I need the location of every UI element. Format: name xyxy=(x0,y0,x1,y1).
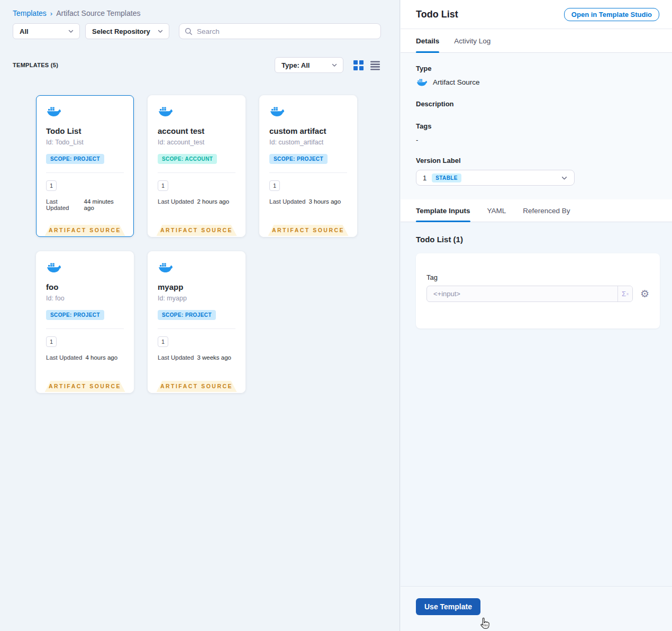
artifact-source-ribbon: ARTIFACT SOURCE xyxy=(157,225,237,236)
tab-details[interactable]: Details xyxy=(416,29,439,52)
last-updated-label: Last Updated xyxy=(46,198,81,211)
template-card-account-test[interactable]: account test Id: account_test SCOPE: ACC… xyxy=(148,95,246,237)
details-footer: Use Template xyxy=(401,586,672,631)
tag-label: Tag xyxy=(426,273,649,281)
details-header: Todo List Open in Template Studio xyxy=(401,0,672,29)
chevron-down-icon xyxy=(561,175,568,181)
repository-filter-dropdown[interactable]: Select Repository xyxy=(85,23,169,39)
docker-icon xyxy=(158,105,174,117)
type-label: Type xyxy=(416,65,657,72)
last-updated-label: Last Updated xyxy=(46,354,82,361)
version-count-chip: 1 xyxy=(269,180,280,191)
tags-label: Tags xyxy=(416,122,657,130)
version-label: Version Label xyxy=(416,157,657,164)
scope-badge: SCOPE: PROJECT xyxy=(46,310,104,320)
last-updated-value: 2 hours ago xyxy=(197,198,229,205)
scope-filter-value: All xyxy=(20,28,29,35)
type-filter-value: Type: All xyxy=(281,61,310,69)
last-updated-value: 44 minutes ago xyxy=(84,198,124,211)
details-tabbar: Details Activity Log xyxy=(401,29,672,53)
version-count-chip: 1 xyxy=(158,180,168,191)
breadcrumb-templates-link[interactable]: Templates xyxy=(13,9,47,17)
list-view-icon[interactable] xyxy=(370,61,380,72)
version-count-chip: 1 xyxy=(158,336,168,347)
template-card-title: account test xyxy=(158,126,235,135)
use-template-button[interactable]: Use Template xyxy=(416,598,480,615)
template-details-panel: Todo List Open in Template Studio Detail… xyxy=(401,0,672,631)
details-title: Todo List xyxy=(416,9,564,20)
search-icon xyxy=(185,28,193,35)
stable-badge: STABLE xyxy=(432,173,461,182)
template-card-id: Id: account_test xyxy=(158,139,235,146)
docker-icon xyxy=(46,261,62,273)
version-count-chip: 1 xyxy=(46,336,57,347)
docker-icon xyxy=(416,78,428,87)
open-in-template-studio-button[interactable]: Open in Template Studio xyxy=(564,8,659,21)
template-card-title: Todo List xyxy=(46,126,124,135)
type-value: Artifact Source xyxy=(433,78,480,86)
scope-badge: SCOPE: PROJECT xyxy=(158,310,216,320)
last-updated-label: Last Updated xyxy=(158,198,194,205)
inputs-heading: Todo List (1) xyxy=(416,235,657,244)
docker-icon xyxy=(158,261,174,273)
template-card-id: Id: Todo_List xyxy=(46,139,124,146)
artifact-source-ribbon: ARTIFACT SOURCE xyxy=(45,381,125,392)
search-input[interactable] xyxy=(197,28,375,35)
tab-referenced-by[interactable]: Referenced By xyxy=(523,199,570,222)
last-updated-value: 3 weeks ago xyxy=(197,354,231,361)
description-label: Description xyxy=(416,100,657,108)
tags-value: - xyxy=(416,136,657,144)
template-card-custom-artifact[interactable]: custom artifact Id: custom_artifact SCOP… xyxy=(259,95,357,237)
type-filter-dropdown[interactable]: Type: All xyxy=(275,57,343,73)
repository-filter-value: Select Repository xyxy=(92,28,150,35)
last-updated-label: Last Updated xyxy=(158,354,194,361)
tag-input-wrap: Σx xyxy=(426,286,633,302)
breadcrumb-current: Artifact Source Templates xyxy=(56,9,140,17)
tag-input[interactable] xyxy=(427,286,617,301)
breadcrumb: Templates › Artifact Source Templates xyxy=(13,9,140,17)
scope-badge: SCOPE: PROJECT xyxy=(269,154,328,164)
tab-template-inputs[interactable]: Template Inputs xyxy=(416,199,470,222)
template-card-id: Id: myapp xyxy=(158,295,235,302)
template-cards-grid: Todo List Id: Todo_List SCOPE: PROJECT 1… xyxy=(36,95,357,393)
version-dropdown[interactable]: 1 STABLE xyxy=(416,170,575,186)
artifact-source-ribbon: ARTIFACT SOURCE xyxy=(157,381,237,392)
template-card-id: Id: foo xyxy=(46,295,124,302)
chevron-down-icon xyxy=(68,28,74,34)
last-updated-value: 4 hours ago xyxy=(85,354,117,361)
last-updated-label: Last Updated xyxy=(269,198,305,205)
expression-input-type-icon[interactable]: Σx xyxy=(617,286,632,301)
template-card-title: custom artifact xyxy=(269,126,347,135)
scope-badge: SCOPE: PROJECT xyxy=(46,154,104,164)
chevron-down-icon xyxy=(157,28,164,34)
artifact-source-ribbon: ARTIFACT SOURCE xyxy=(268,225,349,236)
inputs-card: Tag Σx ⚙ xyxy=(416,253,660,328)
template-inputs-section: Todo List (1) Tag Σx ⚙ xyxy=(401,222,672,586)
template-card-myapp[interactable]: myapp Id: myapp SCOPE: PROJECT 1 Last Up… xyxy=(148,251,246,393)
docker-icon xyxy=(269,105,285,117)
templates-count-label: TEMPLATES (5) xyxy=(13,62,58,68)
docker-icon xyxy=(46,105,62,117)
version-value: 1 xyxy=(423,174,426,182)
template-card-title: foo xyxy=(46,282,124,291)
template-card-foo[interactable]: foo Id: foo SCOPE: PROJECT 1 Last Update… xyxy=(36,251,134,393)
chevron-down-icon xyxy=(331,62,338,68)
artifact-source-ribbon: ARTIFACT SOURCE xyxy=(45,225,125,236)
scope-badge: SCOPE: ACCOUNT xyxy=(158,154,217,164)
inputs-tabbar: Template Inputs YAML Referenced By xyxy=(401,199,672,222)
grid-view-icon[interactable] xyxy=(353,60,364,72)
templates-list-panel: Templates › Artifact Source Templates Al… xyxy=(0,0,400,631)
details-section: Type Artifact Source Description Tags - … xyxy=(401,53,672,199)
breadcrumb-separator-icon: › xyxy=(50,10,52,17)
search-bar xyxy=(179,23,381,39)
input-settings-gear-icon[interactable]: ⚙ xyxy=(640,289,649,299)
scope-filter-dropdown[interactable]: All xyxy=(13,23,80,39)
template-card-id: Id: custom_artifact xyxy=(269,139,347,146)
version-count-chip: 1 xyxy=(46,180,57,191)
last-updated-value: 3 hours ago xyxy=(308,198,341,205)
tab-yaml[interactable]: YAML xyxy=(487,199,506,222)
template-card-title: myapp xyxy=(158,282,235,291)
tab-activity-log[interactable]: Activity Log xyxy=(454,29,491,52)
template-card-todo-list[interactable]: Todo List Id: Todo_List SCOPE: PROJECT 1… xyxy=(36,95,134,237)
